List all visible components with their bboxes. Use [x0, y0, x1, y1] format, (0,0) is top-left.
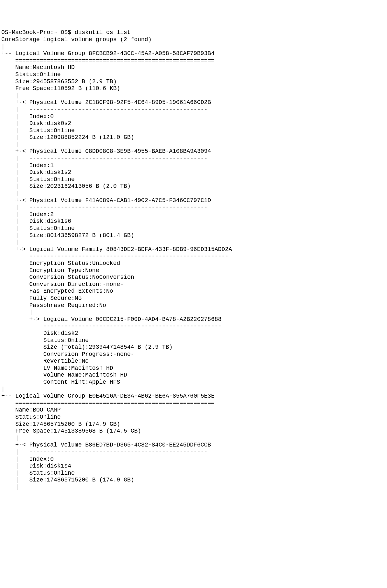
lvg-name: Macintosh HD	[33, 64, 75, 71]
lbl-status: Status:	[29, 225, 54, 232]
pv-uuid: C8DD08C8-3E9B-4955-BAEB-A108BA9A3094	[85, 148, 211, 154]
lv-status: Online	[68, 337, 89, 344]
lvg-size: 174865715200 B (174.9 GB)	[33, 421, 120, 427]
lvf-convstat: NoConversion	[92, 274, 134, 280]
lbl-fullsec: Fully Secure:	[29, 295, 74, 301]
lbl-status: Status:	[29, 127, 54, 134]
lbl-name: Name:	[15, 407, 33, 413]
lbl-passreq: Passphrase Required:	[29, 302, 99, 309]
lvf-label: Logical Volume Family	[29, 246, 103, 253]
lbl-disk: Disk:	[29, 218, 47, 224]
lbl-index: Index:	[29, 162, 50, 169]
pv-disk: disk1s6	[47, 218, 71, 224]
lbl-size: Size:	[29, 134, 47, 141]
pv-uuid: F41A089A-CAB1-4902-A7C5-F346CC797C1D	[85, 197, 211, 204]
lvg-label: Logical Volume Group	[15, 50, 85, 57]
pv-size: 2023162413056 B (2.0 TB)	[47, 183, 130, 189]
lvf-enctype: None	[85, 267, 99, 274]
pv-status: Online	[54, 127, 75, 134]
lvf-encstat: Unlocked	[92, 260, 120, 266]
lbl-sizetot: Size (Total):	[43, 344, 89, 350]
lvg-uuid: 8FCBCB92-43CC-45A2-A058-58CAF79B93B4	[89, 50, 215, 57]
lvg-status: Online	[40, 414, 61, 420]
pv-label: Physical Volume	[29, 442, 82, 448]
pv-label: Physical Volume	[29, 148, 82, 154]
lbl-disk: Disk:	[43, 330, 61, 336]
lbl-convdir: Conversion Direction:	[29, 281, 103, 288]
lvf-convdir: -none-	[103, 281, 124, 288]
lbl-hasenc: Has Encrypted Extents:	[29, 288, 106, 294]
lbl-disk: Disk:	[29, 120, 47, 127]
prompt: OS-MacBook-Pro:~ OS$	[1, 29, 75, 36]
lvg-status: Online	[40, 71, 61, 78]
lbl-free: Free Space:	[15, 428, 54, 434]
pv-size: 174865715200 B (174.9 GB)	[47, 477, 134, 483]
lvf-passreq: No	[99, 302, 106, 309]
lv-lvname: Macintosh HD	[71, 365, 113, 371]
lbl-enctype: Encryption Type:	[29, 267, 85, 274]
lvf-uuid: 80843DE2-BDFA-433F-8DB9-96ED315ADD2A	[106, 246, 232, 253]
command: diskutil cs list	[75, 29, 131, 36]
lbl-status: Status:	[29, 470, 54, 476]
lvg-free: 110592 B (110.6 KB)	[54, 85, 120, 92]
lvg-name: BOOTCAMP	[33, 407, 61, 413]
lbl-size: Size:	[29, 232, 47, 239]
terminal-output: OS-MacBook-Pro:~ OS$ diskutil cs list Co…	[1, 29, 386, 491]
pv-uuid: B86ED7BD-D365-4C82-84C0-EE245DDF6CCB	[85, 442, 211, 448]
lvf-fullsec: No	[75, 295, 82, 301]
lbl-size: Size:	[29, 183, 47, 189]
lbl-encstat: Encryption Status:	[29, 260, 92, 266]
pv-uuid: 2C18CF98-92F5-4E64-89D5-19061A66CD2B	[85, 99, 211, 106]
lvf-hasenc: No	[106, 288, 113, 294]
lbl-convstat: Conversion Status:	[29, 274, 92, 280]
lvg-uuid: E0E4516A-DE3A-4B62-BE6A-855A760F5E3E	[89, 393, 215, 399]
pv-size: 801436598272 B (801.4 GB)	[47, 232, 134, 239]
lv-chint: Apple_HFS	[89, 379, 120, 385]
pv-disk: disk0s2	[47, 120, 71, 127]
lvg-label: Logical Volume Group	[15, 393, 85, 399]
lbl-status: Status:	[43, 337, 68, 344]
lbl-revert: Revertible:	[43, 358, 82, 364]
lv-volname: Macintosh HD	[85, 372, 127, 378]
pv-index: 0	[50, 113, 54, 120]
lbl-index: Index:	[29, 456, 50, 462]
lvg-size: 2945587863552 B (2.9 TB)	[33, 78, 116, 85]
pv-index: 0	[50, 456, 54, 462]
lv-convprog: -none-	[113, 351, 134, 357]
lbl-disk: Disk:	[29, 169, 47, 175]
pv-disk: disk1s4	[47, 463, 71, 469]
lbl-free: Free Space:	[15, 85, 54, 92]
lbl-volname: Volume Name:	[43, 372, 85, 378]
lbl-chint: Content Hint:	[43, 379, 89, 385]
pv-status: Online	[54, 470, 75, 476]
lbl-status: Status:	[29, 176, 54, 183]
lbl-lvname: LV Name:	[43, 365, 71, 371]
lv-disk: disk2	[61, 330, 78, 336]
lbl-size: Size:	[15, 421, 33, 427]
lbl-size: Size:	[15, 78, 33, 85]
lbl-disk: Disk:	[29, 463, 47, 469]
lbl-convprog: Conversion Progress:	[43, 351, 113, 357]
pv-size: 120988852224 B (121.0 GB)	[47, 134, 134, 141]
lbl-size: Size:	[29, 477, 47, 483]
lbl-status: Status:	[15, 414, 40, 420]
lv-uuid: 00CDC215-F00D-4AD4-BA78-A2B220278688	[96, 316, 222, 322]
pv-label: Physical Volume	[29, 197, 82, 204]
lvg-free: 174513389568 B (174.5 GB)	[54, 428, 141, 434]
pv-index: 2	[50, 211, 54, 218]
pv-label: Physical Volume	[29, 99, 82, 106]
lbl-index: Index:	[29, 211, 50, 218]
pv-status: Online	[54, 176, 75, 183]
pv-index: 1	[50, 162, 54, 169]
lv-label: Logical Volume	[43, 316, 92, 322]
lv-sizetot: 2939447148544 B (2.9 TB)	[89, 344, 172, 350]
lbl-index: Index:	[29, 113, 50, 120]
lbl-name: Name:	[15, 64, 33, 71]
pv-disk: disk1s2	[47, 169, 71, 175]
header: CoreStorage logical volume groups (2 fou…	[1, 36, 151, 43]
pv-status: Online	[54, 225, 75, 232]
lbl-status: Status:	[15, 71, 40, 78]
lv-revert: No	[82, 358, 89, 364]
